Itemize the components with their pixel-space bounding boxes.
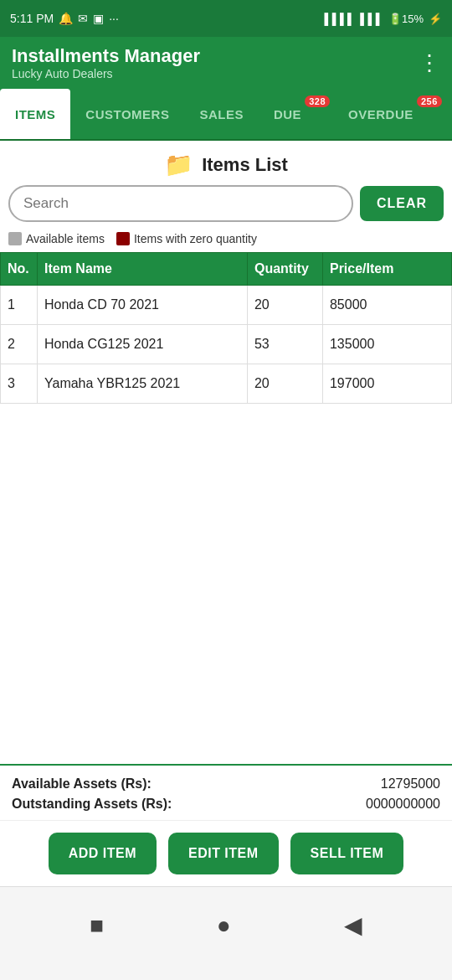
items-list-title: Items List <box>202 154 288 176</box>
nav-stop-icon[interactable]: ■ <box>90 912 104 939</box>
nav-back-icon[interactable]: ◀ <box>344 911 362 939</box>
action-buttons: ADD ITEM EDIT ITEM SELL ITEM <box>0 820 452 886</box>
col-header-name: Item Name <box>38 253 248 286</box>
search-input-wrap[interactable] <box>8 185 353 222</box>
add-item-button[interactable]: ADD ITEM <box>49 833 157 874</box>
menu-icon[interactable]: ⋮ <box>419 50 440 76</box>
clear-button[interactable]: CLEAR <box>360 186 444 221</box>
items-list-header: 📁 Items List <box>0 141 452 185</box>
zero-qty-label: Items with zero quantity <box>134 232 257 245</box>
tab-sales[interactable]: SALES <box>184 89 259 139</box>
sell-item-button[interactable]: SELL ITEM <box>290 833 404 874</box>
zero-qty-color-box <box>116 232 130 245</box>
legend-available: Available items <box>8 232 105 245</box>
edit-item-button[interactable]: EDIT ITEM <box>168 833 279 874</box>
charge-icon: ⚡ <box>429 13 442 25</box>
table-row[interactable]: 3 Yamaha YBR125 2021 20 197000 <box>1 364 452 404</box>
tab-due[interactable]: DUE 328 <box>259 89 333 139</box>
folder-icon: 📁 <box>164 151 193 178</box>
legend-row: Available items Items with zero quantity <box>0 230 452 252</box>
available-assets-value: 12795000 <box>381 776 440 792</box>
nav-home-icon[interactable]: ● <box>217 912 231 939</box>
header-title-block: Installments Manager Lucky Auto Dealers <box>12 45 200 80</box>
status-more-icon: ··· <box>109 12 119 25</box>
col-header-qty: Quantity <box>247 253 322 286</box>
cell-qty: 20 <box>247 364 322 404</box>
status-bar: 5:11 PM 🔔 ✉ ▣ ··· ▌▌▌▌ ▌▌▌ 🔋15% ⚡ <box>0 0 452 37</box>
cell-no: 2 <box>1 325 38 364</box>
status-time: 5:11 PM <box>10 12 54 25</box>
status-bar-left: 5:11 PM 🔔 ✉ ▣ ··· <box>10 12 119 25</box>
wifi-icon: ▌▌▌ <box>360 13 383 25</box>
status-msg-icon: ✉ <box>78 12 88 25</box>
due-badge: 328 <box>305 95 330 107</box>
tab-overdue[interactable]: OVERDUE 256 <box>333 89 445 139</box>
search-row: CLEAR <box>0 185 452 230</box>
items-table: No. Item Name Quantity Price/Item 1 Hond… <box>0 252 452 404</box>
signal-icon: ▌▌▌▌ <box>324 13 355 25</box>
tab-bar: ITEMS CUSTOMERS SALES DUE 328 OVERDUE 25… <box>0 89 452 141</box>
cell-name: Honda CG125 2021 <box>38 325 248 364</box>
bottom-nav: ■ ● ◀ <box>0 886 452 980</box>
main-content: 📁 Items List CLEAR Available items Items… <box>0 141 452 404</box>
col-header-price: Price/Item <box>322 253 451 286</box>
status-app-icon: ▣ <box>93 12 104 25</box>
legend-zero-qty: Items with zero quantity <box>116 232 257 245</box>
assets-section: Available Assets (Rs): 12795000 Outstand… <box>0 764 452 821</box>
cell-price: 135000 <box>322 325 451 364</box>
cell-no: 3 <box>1 364 38 404</box>
status-alarm-icon: 🔔 <box>59 12 73 25</box>
cell-qty: 53 <box>247 325 322 364</box>
cell-price: 197000 <box>322 364 451 404</box>
cell-name: Honda CD 70 2021 <box>38 286 248 325</box>
battery-icon: 🔋15% <box>388 13 424 25</box>
app-title: Installments Manager <box>12 45 200 67</box>
outstanding-assets-value: 0000000000 <box>366 797 440 812</box>
search-input[interactable] <box>23 195 338 212</box>
outstanding-assets-row: Outstanding Assets (Rs): 0000000000 <box>12 794 440 814</box>
cell-name: Yamaha YBR125 2021 <box>38 364 248 404</box>
available-label: Available items <box>26 232 105 245</box>
outstanding-assets-label: Outstanding Assets (Rs): <box>12 797 172 812</box>
cell-qty: 20 <box>247 286 322 325</box>
app-subtitle: Lucky Auto Dealers <box>12 67 200 80</box>
col-header-no: No. <box>1 253 38 286</box>
overdue-badge: 256 <box>417 95 442 107</box>
table-row[interactable]: 1 Honda CD 70 2021 20 85000 <box>1 286 452 325</box>
cell-price: 85000 <box>322 286 451 325</box>
status-bar-right: ▌▌▌▌ ▌▌▌ 🔋15% ⚡ <box>324 13 442 25</box>
available-color-box <box>8 232 22 245</box>
table-header-row: No. Item Name Quantity Price/Item <box>1 253 452 286</box>
tab-items[interactable]: ITEMS <box>0 89 70 139</box>
header: Installments Manager Lucky Auto Dealers … <box>0 37 452 89</box>
available-assets-label: Available Assets (Rs): <box>12 776 152 792</box>
tab-customers[interactable]: CUSTOMERS <box>70 89 184 139</box>
available-assets-row: Available Assets (Rs): 12795000 <box>12 774 440 794</box>
table-row[interactable]: 2 Honda CG125 2021 53 135000 <box>1 325 452 364</box>
cell-no: 1 <box>1 286 38 325</box>
